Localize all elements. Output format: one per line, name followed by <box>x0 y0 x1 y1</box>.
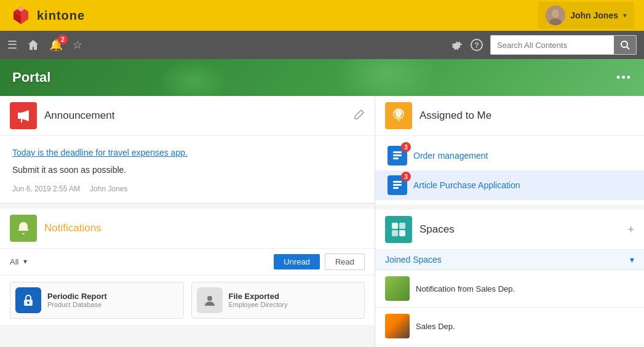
announcement-edit-icon[interactable] <box>354 109 365 122</box>
announcement-header: Announcement <box>0 96 375 136</box>
assigned-header: Assigned to Me <box>375 96 644 136</box>
svg-rect-28 <box>393 151 402 153</box>
notifications-header: Notifications <box>0 209 375 249</box>
assigned-to-me-section: Assigned to Me 3 Order man <box>375 96 644 205</box>
svg-rect-33 <box>393 187 399 189</box>
periodic-report-icon <box>15 287 41 313</box>
article-purchase-badge: 3 <box>401 172 411 181</box>
spaces-header: Spaces + <box>375 210 644 250</box>
user-name: John Jones <box>570 10 618 20</box>
spaces-title: Spaces <box>419 223 620 236</box>
svg-rect-29 <box>393 154 402 156</box>
assigned-items: 3 Order management 3 <box>375 136 644 205</box>
search-button[interactable] <box>614 35 636 55</box>
assigned-title: Assigned to Me <box>419 110 634 122</box>
article-purchase-label: Article Purchase Application <box>413 180 520 190</box>
notif-sub-0: Product Database <box>47 301 107 308</box>
announcement-icon <box>10 102 37 129</box>
joined-spaces-label: Joined Spaces <box>385 255 442 265</box>
svg-rect-32 <box>393 184 402 186</box>
svg-rect-30 <box>393 158 399 159</box>
filter-all[interactable]: All <box>10 257 18 266</box>
avatar <box>546 6 565 25</box>
article-purchase-icon: 3 <box>388 175 407 195</box>
read-button[interactable]: Read <box>325 253 365 270</box>
notifications-section: Notifications All ▾ Unread Read <box>0 209 375 325</box>
notif-title-0: Periodic Report <box>47 292 107 301</box>
list-item[interactable]: File Exported Employee Directory <box>191 282 365 319</box>
settings-icon[interactable] <box>451 39 463 51</box>
announcement-title: Announcement <box>44 110 346 122</box>
user-area[interactable]: John Jones ▾ <box>538 2 634 29</box>
list-item[interactable]: Sales Dep. <box>375 308 644 345</box>
logo-text: kintone <box>37 9 85 23</box>
hamburger-icon[interactable]: ☰ <box>7 38 17 52</box>
spaces-add-button[interactable]: + <box>627 223 634 236</box>
order-management-icon: 3 <box>388 146 407 166</box>
notification-cards: Periodic Report Product Database File Ex… <box>0 276 375 325</box>
favorites-icon[interactable]: ☆ <box>73 38 82 52</box>
filter-chevron[interactable]: ▾ <box>23 257 27 266</box>
list-item[interactable]: Periodic Report Product Database <box>10 282 184 319</box>
spaces-section: Spaces + Joined Spaces ▾ Notification fr… <box>375 210 644 347</box>
kintone-logo-icon <box>10 4 32 26</box>
header-bar: kintone John Jones ▾ <box>0 0 644 31</box>
search-box[interactable] <box>490 35 637 55</box>
portal-header: Portal ••• <box>0 59 644 96</box>
sales-dep-thumb <box>385 314 410 338</box>
right-panel: Assigned to Me 3 Order man <box>375 96 644 347</box>
file-exported-icon <box>197 287 223 313</box>
announcement-body: Today is the deadline for travel expense… <box>0 136 375 203</box>
svg-rect-31 <box>393 181 402 183</box>
svg-point-18 <box>27 301 30 304</box>
svg-text:?: ? <box>474 41 479 50</box>
nav-right: ? <box>451 35 637 55</box>
sales-dep-notification-thumb <box>385 276 410 301</box>
svg-rect-34 <box>392 223 398 229</box>
announcement-date: Jun 6, 2019 2:55 AM <box>12 185 80 193</box>
joined-spaces-chevron: ▾ <box>630 255 634 265</box>
nav-bar: ☰ 🔔 2 ☆ ? <box>0 31 644 59</box>
portal-more-button[interactable]: ••• <box>616 71 632 84</box>
svg-point-25 <box>396 111 402 118</box>
help-icon[interactable]: ? <box>471 39 483 51</box>
notifications-icon <box>10 215 37 242</box>
svg-rect-37 <box>399 230 405 236</box>
svg-rect-26 <box>397 117 400 118</box>
announcement-link[interactable]: Today is the deadline for travel expense… <box>12 148 188 158</box>
announcement-link-text[interactable]: Today is the deadline for travel expense… <box>12 146 362 159</box>
unread-button[interactable]: Unread <box>274 254 320 269</box>
notification-badge: 2 <box>58 34 68 44</box>
home-icon[interactable] <box>27 39 39 51</box>
joined-spaces-row[interactable]: Joined Spaces ▾ <box>375 250 644 270</box>
svg-point-12 <box>621 41 627 47</box>
svg-point-8 <box>552 9 559 18</box>
notification-bell-icon[interactable]: 🔔 2 <box>49 38 63 52</box>
portal-title: Portal <box>12 70 50 86</box>
order-management-badge: 3 <box>401 142 411 152</box>
notifications-title: Notifications <box>44 222 365 234</box>
announcement-author: John Jones <box>90 185 127 193</box>
announcement-meta: Jun 6, 2019 2:55 AM John Jones <box>12 185 362 193</box>
svg-line-13 <box>627 47 629 49</box>
user-menu-chevron: ▾ <box>623 11 627 20</box>
space-name-1: Sales Dep. <box>416 322 455 331</box>
left-panel: Announcement Today is the deadline for t… <box>0 96 375 347</box>
announcement-body-text: Submit it as soon as possible. <box>12 163 362 177</box>
space-name-0: Notification from Sales Dep. <box>416 284 515 293</box>
order-management-label: Order management <box>413 151 488 161</box>
svg-rect-27 <box>397 118 400 119</box>
notif-title-1: File Exported <box>229 292 288 301</box>
search-input[interactable] <box>491 41 614 50</box>
assigned-icon <box>385 102 412 129</box>
spaces-icon <box>385 216 412 243</box>
list-item[interactable]: 3 Order management <box>375 141 644 170</box>
svg-rect-36 <box>392 230 398 236</box>
announcement-section: Announcement Today is the deadline for t… <box>0 96 375 204</box>
svg-point-19 <box>207 296 212 301</box>
list-item[interactable]: 3 Article Purchase Application <box>375 170 644 200</box>
list-item[interactable]: Notification from Sales Dep. <box>375 270 644 308</box>
notif-sub-1: Employee Directory <box>229 301 288 308</box>
svg-rect-35 <box>399 223 405 229</box>
logo-area: kintone <box>10 4 85 26</box>
